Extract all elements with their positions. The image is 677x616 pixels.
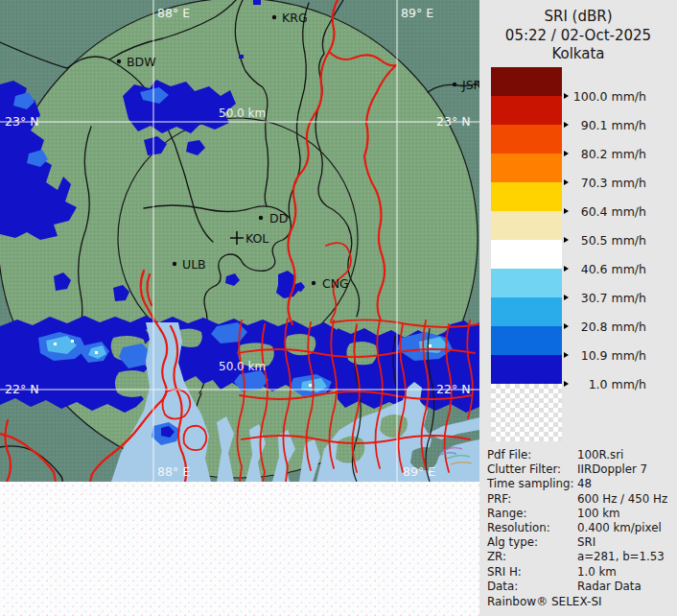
- metadata-label: Data:: [487, 580, 577, 594]
- legend-entry-label: 1.0 mm/h: [572, 377, 646, 391]
- legend-labels: 100.0 mm/h 90.1 mm/h 80.2 mm/h 70.3 mm/h…: [479, 67, 677, 451]
- radar-display-window: 88° E 89° E 88° E 89° E 23° N 23° N 22° …: [0, 0, 677, 616]
- legend-entry-label: 50.5 mm/h: [572, 233, 646, 248]
- legend-entry-label: 30.7 mm/h: [572, 291, 646, 305]
- legend-entry: 80.2 mm/h: [564, 147, 646, 160]
- arrow-right-icon: [564, 381, 569, 387]
- metadata-label: ZR:: [487, 550, 577, 564]
- legend-entry: 90.1 mm/h: [564, 118, 646, 131]
- legend-entry: 20.8 mm/h: [564, 320, 646, 333]
- longitude-label: 88° E: [157, 464, 190, 479]
- metadata-row: ZR:a=281, b=1.53: [487, 550, 675, 564]
- metadata-label: Time sampling:: [487, 477, 577, 491]
- metadata-value: IIRDoppler 7: [577, 462, 675, 477]
- arrow-right-icon: [564, 122, 569, 128]
- panel-title-block: SRI (dBR) 05:22 / 02-Oct-2025 Kolkata: [479, 8, 677, 64]
- longitude-label: 88° E: [157, 6, 190, 20]
- city-label: BDW: [127, 55, 156, 69]
- metadata-label: Clutter Filter:: [487, 462, 577, 477]
- legend-entry: 40.6 mm/h: [564, 262, 646, 275]
- metadata-value: SRI: [577, 535, 675, 550]
- info-panel: SRI (dBR) 05:22 / 02-Oct-2025 Kolkata 10…: [479, 0, 677, 616]
- longitude-label: 89° E: [403, 464, 435, 479]
- metadata-value: 600 Hz / 450 Hz: [577, 492, 675, 507]
- latitude-label: 22° N: [5, 382, 38, 396]
- metadata-value: Radar Data: [577, 580, 675, 594]
- arrow-right-icon: [564, 208, 569, 214]
- metadata-row: Range:100 km: [487, 507, 675, 521]
- city-dot: [453, 83, 456, 86]
- arrow-right-icon: [564, 179, 569, 185]
- legend-entry: 50.5 mm/h: [564, 233, 646, 247]
- range-ring-label: 50.0 km: [219, 360, 266, 373]
- city-dot: [117, 59, 121, 63]
- city-label: KOL: [245, 231, 268, 246]
- city-dot: [173, 262, 176, 266]
- city-label: JSR: [461, 78, 479, 92]
- legend-entry: 1.0 mm/h: [564, 377, 646, 391]
- legend-entry: 100.0 mm/h: [564, 89, 646, 103]
- city-dot: [312, 281, 315, 285]
- metadata-value: 48: [577, 477, 675, 491]
- city-label: CNG: [322, 276, 349, 291]
- legend-entry-label: 80.2 mm/h: [572, 147, 646, 161]
- no-data-strip: [0, 482, 479, 616]
- arrow-right-icon: [564, 323, 569, 329]
- legend-entry: 60.4 mm/h: [564, 204, 646, 218]
- legend-entry-label: 70.3 mm/h: [572, 176, 646, 190]
- metadata-row: PRF:600 Hz / 450 Hz: [487, 492, 675, 507]
- legend-entry-label: 20.8 mm/h: [572, 320, 646, 334]
- legend-entry: 70.3 mm/h: [564, 176, 646, 189]
- metadata-row: Data:Radar Data: [487, 580, 675, 594]
- timestamp: 05:22 / 02-Oct-2025: [479, 27, 677, 46]
- latitude-label: 23° N: [5, 114, 38, 129]
- metadata-row: Clutter Filter:IIRDoppler 7: [487, 462, 675, 477]
- latitude-label: 22° N: [436, 382, 470, 396]
- city-label: ULB: [182, 257, 206, 272]
- longitude-label: 89° E: [401, 6, 433, 20]
- legend-entry-label: 10.9 mm/h: [572, 348, 646, 363]
- city-dot: [259, 216, 263, 220]
- metadata-value: 0.400 km/pixel: [577, 521, 675, 535]
- city-dot: [272, 15, 276, 19]
- legend-entry-label: 90.1 mm/h: [572, 118, 646, 132]
- software-credit: Rainbow® SELEX-SI: [487, 595, 602, 608]
- metadata-label: Pdf File:: [487, 448, 577, 462]
- metadata-row: Alg type:SRI: [487, 535, 675, 550]
- arrow-right-icon: [564, 295, 569, 300]
- metadata-label: Alg type:: [487, 535, 577, 550]
- arrow-right-icon: [564, 352, 569, 358]
- legend-entry: 30.7 mm/h: [564, 291, 646, 304]
- metadata-value: 1.0 km: [577, 565, 675, 580]
- metadata-label: Range:: [487, 507, 577, 521]
- arrow-right-icon: [564, 93, 569, 99]
- latitude-label: 23° N: [436, 114, 470, 129]
- arrow-right-icon: [564, 266, 569, 272]
- metadata-label: Resolution:: [487, 521, 577, 535]
- metadata-value: a=281, b=1.53: [577, 550, 675, 564]
- metadata-row: SRI H:1.0 km: [487, 565, 675, 580]
- metadata-row: Pdf File:100R.sri: [487, 448, 675, 462]
- radar-map: 88° E 89° E 88° E 89° E 23° N 23° N 22° …: [0, 0, 479, 482]
- range-ring-label: 50.0 km: [219, 107, 266, 120]
- metadata-row: Time sampling:48: [487, 477, 675, 491]
- metadata-row: Resolution:0.400 km/pixel: [487, 521, 675, 535]
- legend-entry-label: 100.0 mm/h: [572, 89, 646, 104]
- city-label: DD: [269, 211, 288, 225]
- legend-entry: 10.9 mm/h: [564, 348, 646, 362]
- legend-entry-label: 40.6 mm/h: [572, 262, 646, 276]
- metadata-list: Pdf File:100R.sri Clutter Filter:IIRDopp…: [487, 448, 675, 594]
- metadata-value: 100 km: [577, 507, 675, 521]
- legend-entry-label: 60.4 mm/h: [572, 204, 646, 219]
- metadata-label: SRI H:: [487, 565, 577, 580]
- product-title: SRI (dBR): [479, 8, 677, 27]
- metadata-value: 100R.sri: [577, 448, 675, 462]
- station-name: Kolkata: [479, 45, 677, 64]
- metadata-label: PRF:: [487, 492, 577, 507]
- city-label: KRG: [282, 11, 308, 25]
- arrow-right-icon: [564, 237, 569, 243]
- arrow-right-icon: [564, 151, 569, 156]
